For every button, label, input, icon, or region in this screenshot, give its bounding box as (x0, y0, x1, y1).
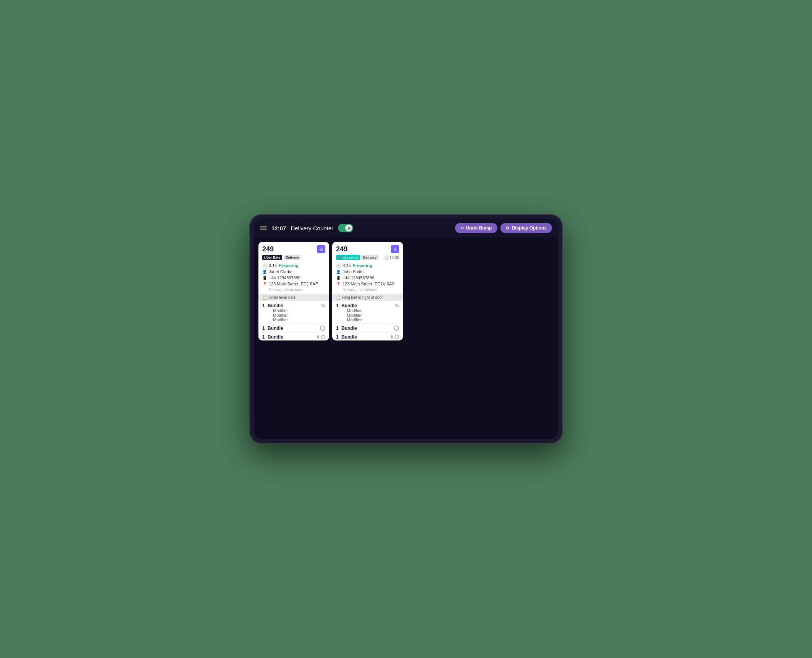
person-icon-1: 👤 (262, 270, 267, 274)
undo-icon: ↩ (460, 226, 464, 231)
delivery-badge-1: Delivery (284, 255, 301, 260)
customer-name-1: Janet Clarke (269, 269, 292, 274)
header-left: 12:07 Delivery Counter 🔊 (260, 224, 450, 232)
modifier-1-0-1: Modifier (268, 313, 320, 318)
item-name-1-2: Bundle (268, 334, 315, 340)
platform-badge-1: Uber Eats (262, 255, 282, 260)
divider-2-1 (332, 324, 403, 324)
order-note-1: 📋 Order level note (258, 294, 329, 301)
delivery-instructions-label-2: Delivery Instructions (336, 288, 377, 292)
badges-row-2: 🦘 deliveroo Delivery 🕐 12:00 (332, 255, 403, 262)
display-options-button[interactable]: ⚙ Display Options (500, 223, 552, 233)
location-icon-2: 📍 (336, 282, 341, 286)
app-header: 12:07 Delivery Counter 🔊 ↩ Undo Bump ⚙ D… (254, 219, 558, 237)
gear-icon: ⚙ (506, 226, 510, 231)
clock-icon-2: 🕐 (336, 264, 341, 268)
clock-icon-1: 🕐 (262, 264, 267, 268)
phone-icon-1: 📱 (262, 276, 267, 280)
print-button-2[interactable]: 🖨 (391, 245, 399, 253)
address-2: 123 Main Street, EC2V 6AX (343, 282, 395, 286)
print-button-1[interactable]: 🖨 (317, 245, 325, 253)
address-1: 123 Main Street, EC1 6AP (269, 282, 318, 286)
order-note-2: 📋 Ring bell to right of door (332, 294, 403, 301)
tablet-screen: 12:07 Delivery Counter 🔊 ↩ Undo Bump ⚙ D… (254, 219, 558, 439)
undo-bump-label: Undo Bump (466, 225, 492, 231)
item-name-2-2: Bundle (341, 334, 388, 340)
time-status-row-2: 🕐 3:15 Preparing (332, 262, 403, 269)
order-time-2: 3:15 (343, 263, 351, 268)
delivery-instructions-2: Delivery Instructions (332, 287, 403, 293)
note-text-1: Order level note (268, 295, 296, 300)
display-options-label: Display Options (512, 225, 547, 231)
divider-1-2 (258, 332, 329, 333)
note-text-2: Ring bell to right of door (342, 295, 383, 300)
header-time: 12:07 (271, 225, 286, 231)
person-icon-2: 👤 (336, 270, 341, 274)
item-row-1-2: 1 Bundle ⬇ (258, 334, 329, 340)
address-row-2: 📍 123 Main Street, EC2V 6AX (332, 281, 403, 287)
phone-1: +44 1234567890 (269, 275, 300, 280)
location-icon-1: 📍 (262, 282, 267, 286)
item-name-2-0: Bundle (341, 303, 357, 308)
time-status-row-1: 🕐 3:15 Preparing (258, 262, 329, 269)
customer-name-2: John Smith (343, 269, 364, 274)
modifier-2-0-2: Modifier (341, 318, 393, 322)
customer-row-1: 👤 Janet Clarke (258, 269, 329, 275)
delivery-instructions-label-1: Delivery Instructions (262, 288, 303, 292)
platform-badge-2: 🦘 deliveroo (336, 255, 360, 260)
item-name-2-1: Bundle (341, 326, 392, 331)
modifier-2-0-1: Modifier (341, 313, 393, 318)
card-header-1: 249 🖨 (258, 242, 329, 255)
order-card-1: 249 🖨 Uber Eats Delivery 🕐 3:15 Preparin… (258, 242, 329, 340)
item-row-1-1: 1 Bundle (258, 325, 329, 332)
item-name-1-1: Bundle (268, 326, 318, 331)
note-icon-2: 📋 (336, 295, 341, 300)
card-header-2: 249 🖨 (332, 242, 403, 255)
order-number-1: 249 (262, 245, 274, 253)
divider-2-2 (332, 332, 403, 333)
item-row-1-0: 1 Bundle Modifier Modifier Modifier 🛍 (258, 302, 329, 323)
download-circle-icon-2-2: ⬇ (390, 334, 399, 340)
delivery-badge-2: Delivery (361, 255, 378, 260)
menu-icon[interactable] (260, 226, 267, 230)
address-row-1: 📍 123 Main Street, EC1 6AP (258, 281, 329, 287)
order-status-1: Preparing (279, 263, 298, 268)
deliveroo-logo: 🦘 (338, 256, 342, 259)
sound-toggle[interactable]: 🔊 (338, 224, 353, 232)
order-number-2: 249 (336, 245, 348, 253)
badges-row-1: Uber Eats Delivery (258, 255, 329, 262)
scheduled-time-2: 🕐 12:00 (384, 256, 399, 260)
modifier-1-0-2: Modifier (268, 318, 320, 322)
tablet-device: 12:07 Delivery Counter 🔊 ↩ Undo Bump ⚙ D… (249, 214, 563, 444)
order-time-1: 3:15 (269, 263, 277, 268)
undo-bump-button[interactable]: ↩ Undo Bump (455, 223, 497, 233)
item-row-2-1: 1 Bundle (332, 325, 403, 332)
phone-icon-2: 📱 (336, 276, 341, 280)
modifier-2-0-0: Modifier (341, 308, 393, 313)
item-bag-icon-1-0: 🛍 (321, 303, 325, 308)
circle-icon-2-1 (394, 326, 399, 331)
download-circle-icon-1-2: ⬇ (316, 334, 325, 340)
item-bag-icon-2-0: 🛍 (395, 303, 399, 308)
note-icon-1: 📋 (262, 295, 267, 300)
order-card-2: 249 🖨 🦘 deliveroo Delivery 🕐 12:00 🕐 3:1 (332, 242, 403, 340)
item-row-2-0: 1 Bundle Modifier Modifier Modifier 🛍 (332, 302, 403, 323)
divider-1-1 (258, 324, 329, 324)
phone-row-2: 📱 +44 1234567890 (332, 275, 403, 281)
modifier-1-0-0: Modifier (268, 308, 320, 313)
phone-2: +44 1234567890 (343, 275, 374, 280)
circle-icon-1-1 (320, 326, 325, 331)
header-title: Delivery Counter (291, 225, 333, 231)
main-content: 249 🖨 Uber Eats Delivery 🕐 3:15 Preparin… (254, 237, 558, 439)
customer-row-2: 👤 John Smith (332, 269, 403, 275)
item-name-1-0: Bundle (268, 303, 283, 308)
order-status-2: Preparing (352, 263, 372, 268)
item-row-2-2: 1 Bundle ⬇ (332, 334, 403, 340)
header-right: ↩ Undo Bump ⚙ Display Options (455, 223, 552, 233)
delivery-instructions-1: Delivery Instructions (258, 287, 329, 293)
phone-row-1: 📱 +44 1234567890 (258, 275, 329, 281)
